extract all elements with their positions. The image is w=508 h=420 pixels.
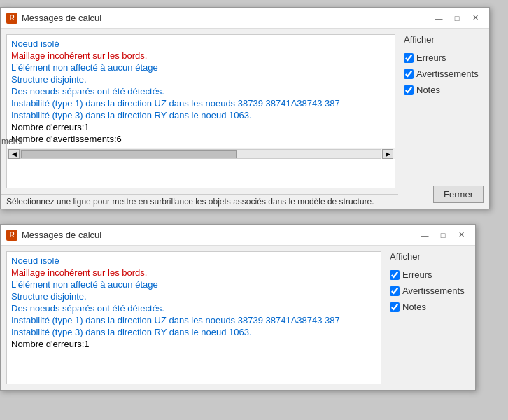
fermer-button-top[interactable]: Fermer xyxy=(433,186,484,203)
title-bar-left-bottom: R Messages de calcul xyxy=(6,230,101,241)
sidebar-bottom: Afficher Erreurs Avertissements Notes xyxy=(384,246,475,390)
close-button-top[interactable]: ✕ xyxy=(467,11,484,25)
avertissements-row-bottom: Avertissements xyxy=(390,285,470,297)
notes-label-bottom: Notes xyxy=(402,302,426,312)
erreurs-label-bottom: Erreurs xyxy=(402,270,432,280)
minimize-button-top[interactable]: — xyxy=(430,11,447,25)
title-controls-bottom: — □ ✕ xyxy=(416,228,470,242)
restore-button-top[interactable]: □ xyxy=(449,11,465,25)
notes-row-bottom: Notes xyxy=(390,301,470,313)
avertissements-checkbox-bottom[interactable] xyxy=(390,286,400,296)
erreurs-label-top: Erreurs xyxy=(416,52,446,63)
close-button-bottom[interactable]: ✕ xyxy=(453,228,470,242)
window-body-bottom: Noeud isolé Maillage incohérent sur les … xyxy=(1,246,475,390)
window-title-top: Messages de calcul xyxy=(22,13,101,23)
erreurs-row-bottom: Erreurs xyxy=(390,269,470,281)
messages-window-top: R Messages de calcul — □ ✕ Noeud isolé M… xyxy=(0,7,490,209)
title-controls-top: — □ ✕ xyxy=(430,11,484,25)
message-content-bottom: Noeud isolé Maillage incohérent sur les … xyxy=(7,252,381,353)
merci-label: merci xyxy=(1,136,22,146)
erreurs-row-top: Erreurs xyxy=(404,52,484,64)
msg-line[interactable]: Instabilité (type 3) dans la direction R… xyxy=(11,326,376,338)
erreurs-checkbox-bottom[interactable] xyxy=(390,270,400,280)
title-bar-top: R Messages de calcul — □ ✕ xyxy=(1,8,489,29)
msg-line[interactable]: Nombre d'erreurs:1 xyxy=(11,121,390,133)
msg-line[interactable]: Des noeuds séparés ont été détectés. xyxy=(11,302,376,314)
message-area-top[interactable]: Noeud isolé Maillage incohérent sur les … xyxy=(6,34,395,188)
minimize-button-bottom[interactable]: — xyxy=(416,228,433,242)
sidebar-label-bottom: Afficher xyxy=(390,251,470,262)
app-icon-bottom: R xyxy=(6,230,17,241)
sidebar-top: Afficher Erreurs Avertissements Notes Fe… xyxy=(398,29,489,209)
sidebar-label-top: Afficher xyxy=(404,34,484,45)
scroll-thumb[interactable] xyxy=(21,150,237,158)
scrollbar-top[interactable]: ◀ ▶ xyxy=(7,148,395,159)
msg-line[interactable]: Instabilité (type 1) dans la direction U… xyxy=(11,97,390,109)
msg-line[interactable]: Noeud isolé xyxy=(11,255,376,267)
notes-checkbox-top[interactable] xyxy=(404,85,414,95)
msg-line[interactable]: Instabilité (type 3) dans la direction R… xyxy=(11,109,390,121)
scroll-track[interactable] xyxy=(20,149,381,159)
scroll-left-arrow[interactable]: ◀ xyxy=(8,149,20,159)
message-content-top: Noeud isolé Maillage incohérent sur les … xyxy=(7,35,395,148)
erreurs-checkbox-top[interactable] xyxy=(404,53,414,63)
app-icon: R xyxy=(6,13,17,24)
msg-line[interactable]: L'élément non affecté à aucun étage xyxy=(11,62,390,74)
msg-line[interactable]: Noeud isolé xyxy=(11,38,390,50)
title-bar-left: R Messages de calcul xyxy=(6,13,101,24)
msg-line[interactable]: Nombre d'avertissements:6 xyxy=(11,133,390,145)
msg-line[interactable]: L'élément non affecté à aucun étage xyxy=(11,279,376,290)
avertissements-label-top: Avertissements xyxy=(416,69,479,79)
msg-line[interactable]: Nombre d'erreurs:1 xyxy=(11,338,376,350)
avertissements-row-top: Avertissements xyxy=(404,68,484,80)
avertissements-label-bottom: Avertissements xyxy=(402,286,465,296)
status-bar-top: Sélectionnez une ligne pour mettre en su… xyxy=(1,194,398,209)
msg-line[interactable]: Maillage incohérent sur les bords. xyxy=(11,267,376,279)
msg-line[interactable]: Des noeuds séparés ont été détectés. xyxy=(11,85,390,97)
msg-line[interactable]: Maillage incohérent sur les bords. xyxy=(11,50,390,62)
window-body-top: Noeud isolé Maillage incohérent sur les … xyxy=(1,29,489,209)
scroll-right-arrow[interactable]: ▶ xyxy=(382,149,393,159)
title-bar-bottom: R Messages de calcul — □ ✕ xyxy=(1,225,475,246)
notes-checkbox-bottom[interactable] xyxy=(390,302,400,312)
restore-button-bottom[interactable]: □ xyxy=(435,228,451,242)
avertissements-checkbox-top[interactable] xyxy=(404,69,414,79)
messages-window-bottom: R Messages de calcul — □ ✕ Noeud isolé M… xyxy=(0,224,476,391)
msg-line[interactable]: Instabilité (type 1) dans la direction U… xyxy=(11,314,376,326)
message-area-bottom[interactable]: Noeud isolé Maillage incohérent sur les … xyxy=(6,251,381,384)
msg-line[interactable]: Structure disjointe. xyxy=(11,290,376,302)
notes-row-top: Notes xyxy=(404,84,484,96)
window-title-bottom: Messages de calcul xyxy=(22,230,101,240)
msg-line[interactable]: Structure disjointe. xyxy=(11,74,390,85)
notes-label-top: Notes xyxy=(416,85,440,95)
